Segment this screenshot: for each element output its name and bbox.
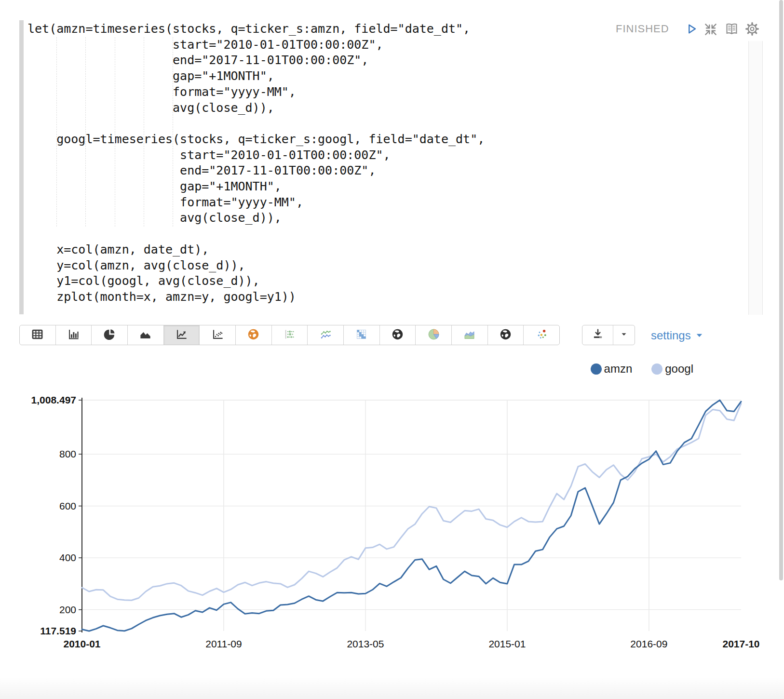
x-tick-label: 2011-09 [205, 638, 242, 649]
viz-button-table[interactable] [20, 325, 55, 345]
x-tick-label: 2017-10 [722, 638, 759, 649]
visualization-toolbar [19, 325, 560, 345]
indent-guide-line [144, 37, 144, 227]
pie-pastel-icon [427, 328, 440, 343]
caret-down-icon [695, 329, 703, 342]
viz-button-globe-dark[interactable] [379, 325, 416, 345]
viz-button-scatter-plot[interactable] [199, 325, 235, 345]
download-options-button[interactable] [613, 325, 635, 345]
y-tick-label: 1,008.497 [31, 394, 76, 405]
pie-chart-icon [103, 328, 116, 343]
status-badge: FINISHED [616, 23, 669, 35]
code-line[interactable]: gap="+1MONTH", [27, 68, 717, 84]
viz-button-scatter-color[interactable] [523, 325, 559, 345]
code-line[interactable] [27, 226, 717, 242]
gear-icon[interactable] [744, 21, 760, 39]
code-line[interactable]: format="yyyy-MM", [27, 84, 717, 100]
line-chart-icon [175, 328, 188, 343]
book-editor-icon[interactable] [724, 22, 739, 39]
zeppelin-paragraph: let(amzn=timeseries(stocks, q=ticker_s:a… [0, 0, 784, 699]
settings-label: settings [651, 329, 691, 342]
code-line[interactable]: start="2010-01-01T00:00:00Z", [27, 37, 717, 53]
viz-button-globe-orange[interactable] [235, 325, 271, 345]
code-line[interactable]: end="2017-11-01T00:00:00Z", [27, 53, 717, 68]
settings-toggle[interactable]: settings [651, 329, 703, 342]
y-tick-label: 800 [59, 448, 76, 459]
code-line[interactable]: y1=col(googl, avg(close_d)), [27, 273, 717, 289]
viz-button-area-chart[interactable] [127, 325, 163, 345]
code-line[interactable]: zplot(month=x, amzn=y, googl=y1)) [27, 289, 717, 305]
code-line[interactable]: y=col(amzn, avg(close_d)), [27, 258, 717, 274]
x-tick-label: 2016-09 [630, 638, 667, 649]
globe-dark-icon [391, 328, 404, 343]
code-line[interactable]: end="2017-11-01T00:00:00Z", [27, 163, 717, 179]
scatter-color-icon [535, 328, 548, 343]
viz-button-globe-dark-2[interactable] [487, 325, 524, 345]
code-line[interactable]: let(amzn=timeseries(stocks, q=ticker_s:a… [27, 21, 717, 37]
x-tick-label: 2013-05 [347, 638, 384, 649]
indent-guide-line [115, 37, 115, 227]
x-tick-label: 2010-01 [63, 638, 100, 649]
multi-line-chart-icon [319, 328, 332, 343]
code-line[interactable]: start="2010-01-01T00:00:00Z", [27, 148, 717, 163]
viz-button-pie-pastel[interactable] [415, 325, 451, 345]
viz-button-area-pastel[interactable] [451, 325, 487, 345]
caret-down-icon [620, 330, 628, 340]
code-line[interactable] [27, 116, 717, 132]
bar-chart-icon [67, 328, 80, 343]
area-chart-icon [139, 328, 152, 343]
collapse-icon[interactable] [703, 22, 718, 39]
viz-button-line-chart[interactable] [163, 325, 200, 345]
download-button-group [582, 325, 635, 345]
download-icon [592, 328, 604, 342]
x-tick-label: 2015-01 [488, 638, 526, 649]
indent-guide-line [85, 37, 86, 227]
indent-guide-line [173, 37, 173, 227]
line-chart[interactable]: 1,008.497800600400200117.5192010-012011-… [0, 357, 784, 699]
table-icon [31, 328, 44, 343]
series-line-googl[interactable] [82, 403, 741, 600]
globe-orange-icon [247, 328, 260, 343]
viz-button-multi-line-chart[interactable] [307, 325, 343, 345]
viz-button-bubble-matrix[interactable] [271, 325, 308, 345]
viz-button-bar-chart[interactable] [55, 325, 92, 345]
bubble-matrix-icon [283, 328, 296, 343]
code-line[interactable]: avg(close_d)), [27, 100, 717, 116]
viz-button-pie-chart[interactable] [91, 325, 127, 345]
code-line[interactable]: avg(close_d)), [27, 210, 717, 226]
run-play-icon[interactable] [684, 22, 698, 38]
code-line[interactable]: googl=timeseries(stocks, q=ticker_s:goog… [27, 132, 717, 148]
page-scrollbar[interactable] [779, 0, 783, 580]
code-line[interactable]: format="yyyy-MM", [27, 195, 717, 211]
y-tick-label: 400 [59, 552, 76, 563]
y-tick-label: 600 [59, 500, 76, 511]
heatmap-icon [355, 328, 368, 343]
code-line[interactable]: gap="+1MONTH", [27, 179, 717, 195]
series-line-amzn[interactable] [82, 400, 741, 631]
editor-gutter-bar [19, 20, 24, 314]
indent-guide-line [56, 37, 57, 227]
globe-dark-2-icon [499, 328, 512, 343]
editor-scrollbar-track[interactable] [748, 41, 763, 315]
area-pastel-icon [463, 328, 476, 343]
scatter-plot-icon [211, 328, 224, 343]
code-editor[interactable]: let(amzn=timeseries(stocks, q=ticker_s:a… [27, 21, 717, 305]
page-bottom-fade [0, 677, 784, 699]
y-tick-label: 117.519 [40, 625, 76, 636]
viz-button-heatmap[interactable] [343, 325, 379, 345]
y-tick-label: 200 [59, 604, 76, 615]
download-button[interactable] [582, 325, 613, 345]
code-line[interactable]: x=col(amzn, date_dt), [27, 242, 717, 258]
